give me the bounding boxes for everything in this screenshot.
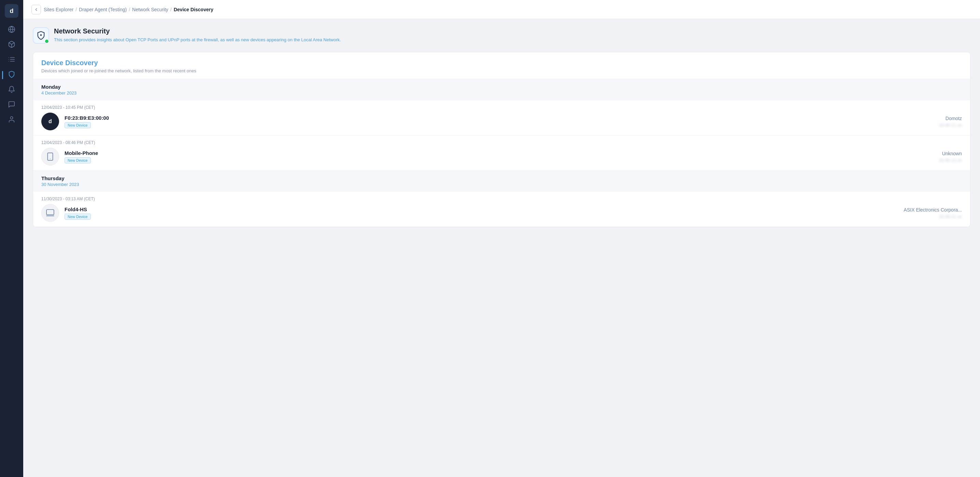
globe-icon	[8, 25, 15, 35]
sidebar-item-cube[interactable]	[5, 38, 18, 52]
breadcrumb-sites-explorer[interactable]: Sites Explorer	[44, 7, 73, 12]
list-icon	[8, 55, 15, 65]
device-ip-2: 10.40.11.xx	[907, 158, 962, 163]
sidebar-item-bell[interactable]	[5, 83, 18, 97]
cube-icon	[8, 41, 15, 49]
device-row-1[interactable]: d F0:23:B9:E3:00:00 New Device Domotz 10…	[41, 113, 962, 135]
device-info-3: Fold4-HS New Device	[65, 206, 898, 220]
section-icon	[33, 27, 49, 44]
breadcrumb-network-security[interactable]: Network Security	[132, 7, 168, 12]
device-entry-fold4: 11/30/2023 - 03:13 AM (CET) Fold4-HS New…	[33, 192, 970, 227]
device-time-2: 12/04/2023 - 08:46 PM (CET)	[41, 135, 962, 148]
laptop-icon	[46, 209, 55, 217]
chat-icon	[8, 101, 15, 109]
device-avatar-domotz: d	[41, 113, 59, 130]
shield-lock-icon	[36, 31, 46, 40]
sidebar-item-globe[interactable]	[5, 23, 18, 37]
breadcrumb-sep-1: /	[75, 7, 77, 12]
device-discovery-card: Device Discovery Devices which joined or…	[33, 52, 970, 227]
app-logo: d	[5, 4, 18, 18]
day-date-monday: 4 December 2023	[41, 90, 962, 95]
device-info-1: F0:23:B9:E3:00:00 New Device	[65, 115, 902, 128]
bell-icon	[8, 86, 15, 95]
device-avatar-phone	[41, 148, 59, 165]
card-title: Device Discovery	[41, 59, 962, 67]
device-name-2: Mobile-Phone	[65, 150, 902, 156]
card-header: Device Discovery Devices which joined or…	[33, 52, 970, 79]
device-vendor-3: ASIX Electronics Corpora...	[904, 207, 962, 212]
device-entry-phone: 12/04/2023 - 08:46 PM (CET) Mobile-Phone…	[33, 135, 970, 171]
svg-point-9	[40, 35, 42, 36]
svg-point-8	[10, 117, 13, 119]
device-time-1: 12/04/2023 - 10:45 PM (CET)	[41, 100, 962, 113]
day-date-thursday: 30 November 2023	[41, 182, 962, 187]
device-ip-3: 10.40.11.xx	[904, 214, 962, 219]
device-entry-domotz: 12/04/2023 - 10:45 PM (CET) d F0:23:B9:E…	[33, 100, 970, 135]
breadcrumb: Sites Explorer / Draper Agent (Testing) …	[44, 7, 213, 12]
card-subtitle: Devices which joined or re-joined the ne…	[41, 68, 962, 73]
device-avatar-laptop	[41, 204, 59, 222]
device-meta-1: Domotz 10.40.11.xx	[907, 116, 962, 128]
device-ip-1: 10.40.11.xx	[907, 122, 962, 128]
sidebar-item-list[interactable]	[5, 53, 18, 67]
device-vendor-2: Unknown	[907, 151, 962, 156]
new-device-badge-2: New Device	[65, 157, 91, 163]
device-info-2: Mobile-Phone New Device	[65, 150, 902, 163]
device-row-2[interactable]: Mobile-Phone New Device Unknown 10.40.11…	[41, 148, 962, 170]
breadcrumb-sep-2: /	[129, 7, 130, 12]
sidebar-item-shield[interactable]	[5, 68, 18, 82]
breadcrumb-current: Device Discovery	[174, 7, 213, 12]
main-area: Sites Explorer / Draper Agent (Testing) …	[23, 0, 980, 477]
device-meta-3: ASIX Electronics Corpora... 10.40.11.xx	[904, 207, 962, 219]
section-text: Network Security This section provides i…	[54, 27, 341, 43]
new-device-badge-1: New Device	[65, 122, 91, 128]
section-description: This section provides insights about Ope…	[54, 36, 341, 43]
day-name-monday: Monday	[41, 84, 962, 90]
sidebar: d	[0, 0, 23, 477]
breadcrumb-draper-agent[interactable]: Draper Agent (Testing)	[79, 7, 127, 12]
device-meta-2: Unknown 10.40.11.xx	[907, 151, 962, 163]
back-button[interactable]	[32, 5, 41, 14]
breadcrumb-sep-3: /	[170, 7, 172, 12]
status-online-dot	[45, 39, 49, 44]
day-group-thursday: Thursday 30 November 2023	[33, 171, 970, 192]
day-group-monday: Monday 4 December 2023	[33, 79, 970, 100]
device-time-3: 11/30/2023 - 03:13 AM (CET)	[41, 192, 962, 204]
svg-rect-10	[48, 153, 52, 160]
sidebar-item-user[interactable]	[5, 113, 18, 127]
sidebar-item-chat[interactable]	[5, 98, 18, 112]
device-row-3[interactable]: Fold4-HS New Device ASIX Electronics Cor…	[41, 204, 962, 227]
user-icon	[8, 116, 15, 125]
new-device-badge-3: New Device	[65, 214, 91, 220]
header: Sites Explorer / Draper Agent (Testing) …	[23, 0, 980, 19]
device-vendor-1: Domotz	[907, 116, 962, 121]
device-name-3: Fold4-HS	[65, 206, 898, 212]
content-area: Network Security This section provides i…	[23, 19, 980, 477]
phone-icon	[46, 152, 55, 161]
section-title: Network Security	[54, 27, 341, 35]
day-name-thursday: Thursday	[41, 175, 962, 181]
svg-rect-12	[46, 209, 54, 215]
section-header: Network Security This section provides i…	[33, 27, 970, 44]
shield-icon	[8, 71, 15, 79]
device-name-1: F0:23:B9:E3:00:00	[65, 115, 902, 121]
